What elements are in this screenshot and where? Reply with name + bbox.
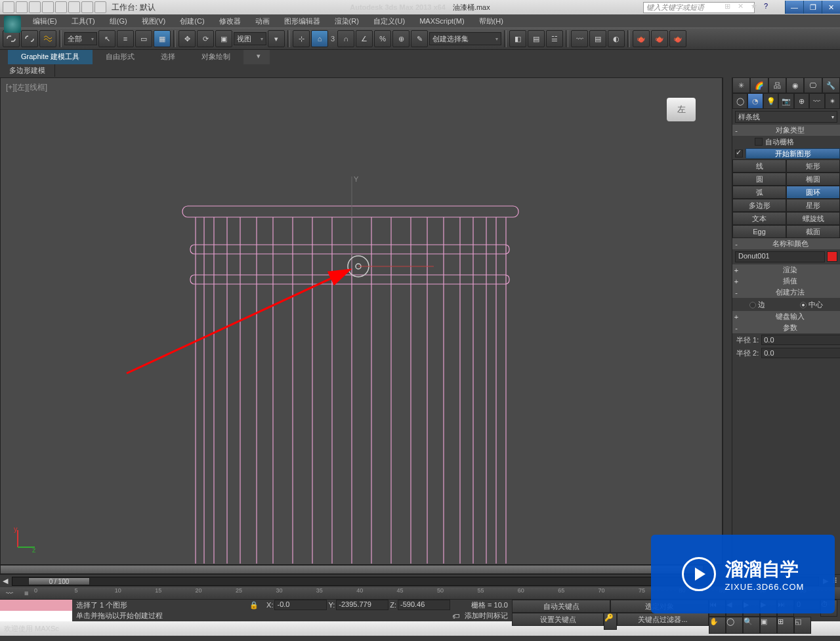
refcoord-dropdown[interactable]: 视图 — [234, 32, 266, 45]
radio-center[interactable] — [800, 302, 807, 308]
tab-modify-icon[interactable]: 🌈 — [750, 77, 768, 93]
favorites-icon[interactable]: ★ — [751, 2, 761, 12]
viewnav-fov-icon[interactable]: ▣ — [760, 617, 777, 634]
maximize-button[interactable]: ❐ — [803, 1, 822, 14]
btn-arc[interactable]: 弧 — [732, 186, 786, 199]
object-color-swatch[interactable] — [827, 251, 837, 262]
tab-hierarchy-icon[interactable]: 品 — [768, 77, 786, 93]
subtab-lights-icon[interactable]: 💡 — [763, 93, 778, 109]
select-object-icon[interactable]: ↖ — [98, 30, 116, 47]
rollout-interpolation[interactable]: +插值 — [732, 276, 840, 287]
qat-new-icon[interactable] — [3, 1, 14, 13]
snap-toggle-icon[interactable]: ∩ — [337, 30, 354, 47]
coord-z-field[interactable]: -590.46 — [398, 600, 450, 610]
bind-spacewarp-icon[interactable] — [39, 30, 56, 47]
mirror-icon[interactable]: ◧ — [509, 30, 526, 47]
rollout-creation-method[interactable]: -创建方法 — [732, 287, 840, 298]
subtab-geometry-icon[interactable]: ◯ — [732, 93, 747, 109]
start-new-shape-button[interactable]: 开始新图形 — [746, 148, 840, 159]
qat-redo-icon[interactable] — [68, 1, 80, 13]
btn-line[interactable]: 线 — [732, 159, 786, 173]
menu-edit[interactable]: 编辑(E) — [26, 15, 64, 28]
select-by-name-icon[interactable]: ≡ — [117, 30, 134, 47]
exchange-icon[interactable]: ✕ — [738, 2, 748, 12]
tab-freeform[interactable]: 自由形式 — [93, 50, 148, 64]
menu-tools[interactable]: 工具(T) — [65, 15, 102, 28]
keyfilters-button[interactable]: 关键点过滤器... — [617, 613, 709, 626]
object-name-field[interactable]: Donut001 — [735, 251, 825, 262]
viewnav-zoom-icon[interactable]: 🔍 — [743, 617, 760, 634]
viewnav-arc-icon[interactable]: ◯ — [726, 617, 743, 634]
menu-rendering[interactable]: 渲染(R) — [328, 15, 366, 28]
btn-ellipse[interactable]: 椭圆 — [786, 173, 840, 186]
menu-customize[interactable]: 自定义(U) — [367, 15, 411, 28]
viewcube[interactable]: 左 — [667, 98, 696, 121]
viewport[interactable]: [+][左][线框] .wf{stroke:#e8a0d0;stroke-wid… — [0, 77, 723, 565]
spinner-snap-icon[interactable]: ⊕ — [392, 30, 410, 47]
autogrid-checkbox[interactable] — [755, 138, 763, 146]
key-icon[interactable]: 🔑 — [604, 613, 617, 630]
edit-named-sel-icon[interactable]: ✎ — [411, 30, 428, 47]
tab-display-icon[interactable]: 🖵 — [804, 77, 822, 93]
btn-egg[interactable]: Egg — [732, 225, 786, 238]
radio-edge[interactable] — [749, 302, 756, 308]
add-time-tag[interactable]: 添加时间标记 — [465, 611, 508, 621]
subscription-icon[interactable]: ⊞ — [724, 2, 735, 12]
radius1-spinner[interactable] — [761, 335, 840, 345]
tab-graphite[interactable]: Graphite 建模工具 — [8, 50, 93, 64]
material-editor-icon[interactable]: ◐ — [608, 30, 625, 47]
schematic-view-icon[interactable]: ▤ — [589, 30, 606, 47]
window-crossing-icon[interactable]: ▦ — [154, 30, 171, 47]
rollout-object-type[interactable]: -对象类型 — [732, 125, 840, 136]
menu-views[interactable]: 视图(V) — [135, 15, 173, 28]
viewnav-zoomall-icon[interactable]: ⊞ — [777, 617, 794, 634]
subtab-shapes-icon[interactable]: ◔ — [747, 93, 763, 109]
help-icon[interactable]: ? — [764, 2, 774, 12]
qat-link-icon[interactable] — [94, 1, 106, 13]
timeline-prev-icon[interactable]: ◀ — [3, 577, 8, 585]
subtab-helpers-icon[interactable]: ⊕ — [794, 93, 809, 109]
select-region-rect-icon[interactable]: ▭ — [135, 30, 152, 47]
tab-objectpaint[interactable]: 对象绘制 — [188, 50, 243, 64]
lock-selection-icon[interactable]: 🔒 — [249, 601, 259, 610]
workspace-selector[interactable]: 工作台: 默认 — [112, 2, 156, 13]
subtab-systems-icon[interactable]: ✴ — [825, 93, 840, 109]
rollout-name-color[interactable]: -名称和颜色 — [732, 238, 840, 249]
track-menu-icon[interactable]: ≡ — [24, 589, 28, 597]
setkey-button[interactable]: 设置关键点 — [512, 613, 604, 626]
menu-grapheditors[interactable]: 图形编辑器 — [278, 15, 327, 28]
menu-help[interactable]: 帮助(H) — [472, 15, 510, 28]
unlink-icon[interactable] — [21, 30, 38, 47]
subtab-spacewarps-icon[interactable]: 〰 — [809, 93, 824, 109]
manipulate-icon[interactable]: ⊹ — [293, 30, 310, 47]
qat-redo-dd-icon[interactable] — [81, 1, 93, 13]
autokey-button[interactable]: 自动关键点 — [512, 600, 610, 613]
btn-rectangle[interactable]: 矩形 — [786, 159, 840, 173]
scale-icon[interactable]: ▣ — [215, 30, 232, 47]
ribbon-polymodeling[interactable]: 多边形建模 — [0, 64, 55, 77]
viewnav-max-icon[interactable]: ◱ — [794, 617, 811, 634]
coord-x-field[interactable]: -0.0 — [274, 600, 327, 610]
rendered-frame-icon[interactable]: 🫖 — [651, 30, 668, 47]
layers-icon[interactable]: ☱ — [546, 30, 563, 47]
btn-star[interactable]: 星形 — [786, 199, 840, 212]
qat-undo-dd-icon[interactable] — [55, 1, 67, 13]
named-selection-dropdown[interactable]: 创建选择集 — [429, 32, 501, 45]
time-thumb[interactable]: 0 / 100 — [28, 577, 90, 585]
render-production-icon[interactable]: 🫖 — [669, 30, 686, 47]
tab-create-icon[interactable]: ✳ — [732, 77, 750, 93]
btn-circle[interactable]: 圆 — [732, 173, 786, 186]
startnewshape-checkbox[interactable] — [735, 150, 743, 157]
align-icon[interactable]: ▤ — [528, 30, 545, 47]
keyboard-shortcut-icon[interactable]: ⌂ — [311, 30, 328, 47]
btn-text[interactable]: 文本 — [732, 212, 786, 225]
qat-undo-icon[interactable] — [42, 1, 54, 13]
close-button[interactable]: ✕ — [822, 1, 840, 14]
btn-section[interactable]: 截面 — [786, 225, 840, 238]
rollout-parameters[interactable]: -参数 — [732, 322, 840, 333]
pivot-center-icon[interactable]: ▾ — [268, 30, 285, 47]
tab-utilities-icon[interactable]: 🔧 — [822, 77, 840, 93]
viewnav-pan-icon[interactable]: ✋ — [709, 617, 726, 634]
tab-motion-icon[interactable]: ◉ — [786, 77, 804, 93]
menu-maxscript[interactable]: MAXScript(M) — [413, 16, 471, 26]
